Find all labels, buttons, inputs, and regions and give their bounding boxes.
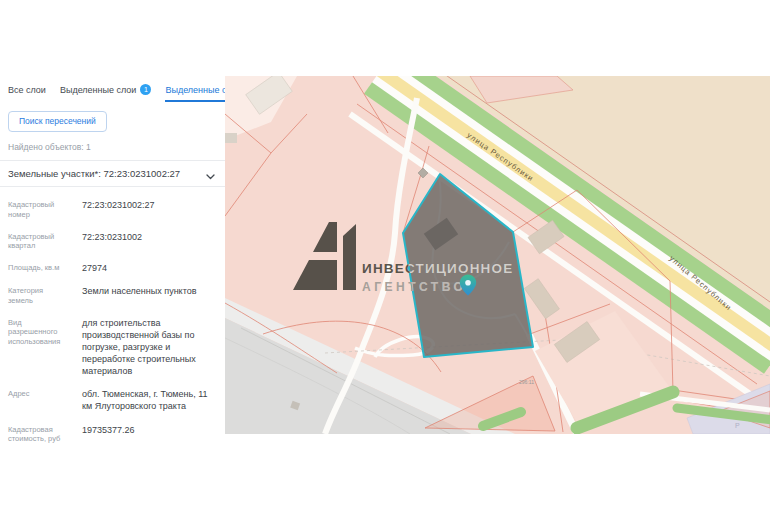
attribute-label: Адрес <box>8 388 70 412</box>
attribute-label: Кадастровый номер <box>8 199 70 220</box>
object-header: Земельные участки*: 72:23:0231002:27 <box>8 168 180 179</box>
search-intersections-button[interactable]: Поиск пересечений <box>8 111 107 132</box>
attribute-value: 72:23:0231002 <box>82 231 215 252</box>
attribute-row: Адрес обл. Тюменская, г. Тюмень, 11 км Я… <box>0 382 225 417</box>
tab-label: Выделенные слои <box>60 85 137 95</box>
attribute-row: Кадастровый квартал 72:23:0231002 <box>0 225 225 257</box>
attribute-value: 72:23:0231002:27 <box>82 199 215 220</box>
attribute-value: Земли населенных пунктов <box>82 285 215 306</box>
results-count: Найдено объектов: 1 <box>8 142 217 152</box>
attribute-row: Площадь, кв.м 27974 <box>0 256 225 279</box>
tab-all-layers[interactable]: Все слои <box>8 85 46 102</box>
attribute-value: 19735377.26 <box>82 424 215 445</box>
layer-tabs: Все слои Выделенные слои 1 Выделенные об… <box>0 76 225 102</box>
tab-selected-layers[interactable]: Выделенные слои 1 <box>60 84 152 102</box>
attribute-row: Вид разрешенного использования для строи… <box>0 311 225 383</box>
attribute-label: Площадь, кв.м <box>8 262 70 274</box>
object-header-row[interactable]: Земельные участки*: 72:23:0231002:27 <box>0 161 225 186</box>
attribute-list: Кадастровый номер 72:23:0231002:27 Кадас… <box>0 187 225 449</box>
attribute-row: Кадастровая стоимость, руб 19735377.26 <box>0 418 225 450</box>
attribute-value: для строительства производственной базы … <box>82 317 215 378</box>
attribute-label: Кадастровая стоимость, руб <box>8 424 70 445</box>
info-panel: Все слои Выделенные слои 1 Выделенные об… <box>0 76 225 434</box>
map-canvas[interactable]: Р <box>225 76 770 434</box>
corner-parcel-label: Р <box>735 422 740 429</box>
attribute-label: Кадастровый квартал <box>8 231 70 252</box>
attribute-value: обл. Тюменская, г. Тюмень, 11 км Ялуторо… <box>82 388 215 412</box>
attribute-value: 27974 <box>82 262 215 274</box>
count-badge: 1 <box>140 84 151 95</box>
app-window: Все слои Выделенные слои 1 Выделенные об… <box>0 0 770 510</box>
tab-label: Все слои <box>8 85 46 95</box>
chevron-down-icon <box>206 171 215 177</box>
parcel-number-label: 296:11 <box>519 379 534 385</box>
attribute-label: Вид разрешенного использования <box>8 317 70 378</box>
attribute-label: Категория земель <box>8 285 70 306</box>
attribute-row: Кадастровый номер 72:23:0231002:27 <box>0 193 225 225</box>
attribute-row: Категория земель Земли населенных пункто… <box>0 279 225 311</box>
